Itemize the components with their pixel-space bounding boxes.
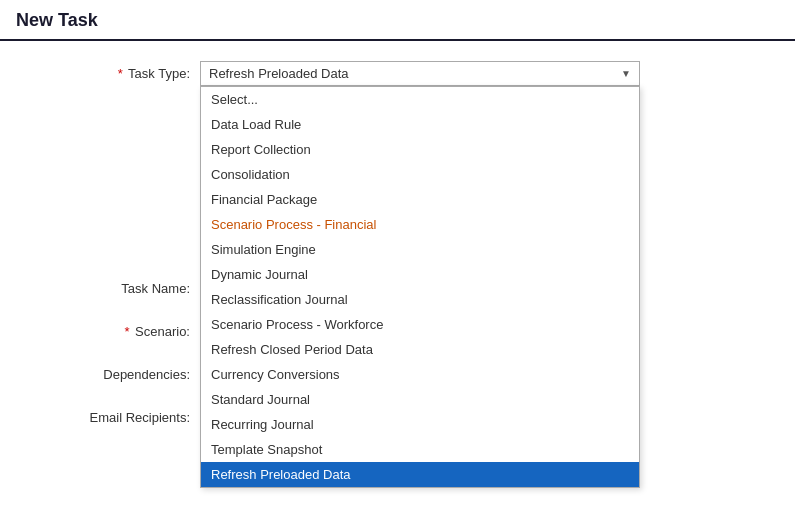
- task-type-label: * Task Type:: [60, 61, 200, 81]
- dropdown-item[interactable]: Reclassification Journal: [201, 287, 639, 312]
- email-label: Email Recipients:: [60, 405, 200, 425]
- dropdown-item[interactable]: Scenario Process - Financial: [201, 212, 639, 237]
- dropdown-item[interactable]: Select...: [201, 87, 639, 112]
- dropdown-item[interactable]: Consolidation: [201, 162, 639, 187]
- dropdown-item[interactable]: Standard Journal: [201, 387, 639, 412]
- dropdown-item[interactable]: Template Snapshot: [201, 437, 639, 462]
- scenario-label: * Scenario:: [60, 319, 200, 339]
- dropdown-item[interactable]: Financial Package: [201, 187, 639, 212]
- dropdown-item[interactable]: Recurring Journal: [201, 412, 639, 437]
- dropdown-item[interactable]: Report Collection: [201, 137, 639, 162]
- form-area: * Task Type: Refresh Preloaded Data ▼ Se…: [0, 41, 795, 465]
- dropdown-item[interactable]: Refresh Closed Period Data: [201, 337, 639, 362]
- required-star: *: [118, 66, 123, 81]
- page-header: New Task: [0, 0, 795, 41]
- dropdown-item[interactable]: Data Load Rule: [201, 112, 639, 137]
- dropdown-item[interactable]: Scenario Process - Workforce: [201, 312, 639, 337]
- dropdown-item[interactable]: Dynamic Journal: [201, 262, 639, 287]
- dropdown-item[interactable]: Simulation Engine: [201, 237, 639, 262]
- task-type-dropdown-list: Select...Data Load RuleReport Collection…: [200, 86, 640, 488]
- dropdown-item[interactable]: Refresh Preloaded Data: [201, 462, 639, 487]
- task-type-row: * Task Type: Refresh Preloaded Data ▼ Se…: [60, 61, 795, 86]
- task-type-selected-value: Refresh Preloaded Data: [209, 66, 348, 81]
- required-star-2: *: [124, 324, 129, 339]
- dependencies-label: Dependencies:: [60, 362, 200, 382]
- task-type-control: Refresh Preloaded Data ▼ Select...Data L…: [200, 61, 660, 86]
- dropdown-item[interactable]: Currency Conversions: [201, 362, 639, 387]
- chevron-down-icon: ▼: [621, 68, 631, 79]
- page-title: New Task: [16, 10, 98, 30]
- task-name-label: Task Name:: [60, 276, 200, 296]
- task-type-dropdown[interactable]: Refresh Preloaded Data ▼: [200, 61, 640, 86]
